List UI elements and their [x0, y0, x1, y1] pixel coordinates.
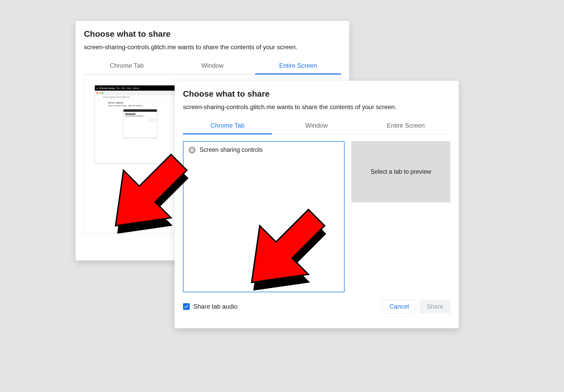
- share-dialog-chrome-tab: Choose what to share screen-sharing-cont…: [175, 81, 459, 328]
- preview-placeholder-text: Select a tab to preview: [371, 168, 431, 175]
- tab-entire-screen[interactable]: Entire Screen: [361, 118, 450, 134]
- dialog-subtitle: screen-sharing-controls.glitch.me wants …: [84, 43, 341, 51]
- checkbox-checked-icon: [183, 303, 190, 310]
- share-tab-audio[interactable]: Share tab audio: [183, 303, 237, 310]
- dialog-title: Choose what to share: [183, 89, 450, 99]
- tab-list-item-label: Screen sharing controls: [200, 146, 263, 153]
- tab-list: Screen sharing controls: [183, 141, 345, 292]
- globe-icon: [189, 147, 195, 153]
- tab-window[interactable]: Window: [170, 58, 255, 74]
- tab-preview-placeholder: Select a tab to preview: [351, 141, 450, 202]
- dialog-subtitle: screen-sharing-controls.glitch.me wants …: [183, 103, 450, 111]
- cancel-button[interactable]: Cancel: [382, 300, 416, 314]
- tab-chrome-tab[interactable]: Chrome Tab: [84, 58, 170, 74]
- tab-window[interactable]: Window: [272, 118, 361, 134]
- tab-chrome-tab[interactable]: Chrome Tab: [183, 118, 272, 134]
- share-tabs: Chrome Tab Window Entire Screen: [183, 118, 450, 134]
- dialog-title: Choose what to share: [84, 29, 341, 39]
- tab-list-item[interactable]: Screen sharing controls: [189, 146, 339, 153]
- share-button[interactable]: Share: [420, 300, 450, 314]
- share-tabs: Chrome Tab Window Entire Screen: [84, 58, 341, 74]
- share-tab-audio-label: Share tab audio: [193, 303, 237, 310]
- tab-entire-screen[interactable]: Entire Screen: [255, 58, 341, 74]
- screen-thumbnail[interactable]: ●Chrome CanaryFileEditViewHistory screen…: [95, 85, 178, 163]
